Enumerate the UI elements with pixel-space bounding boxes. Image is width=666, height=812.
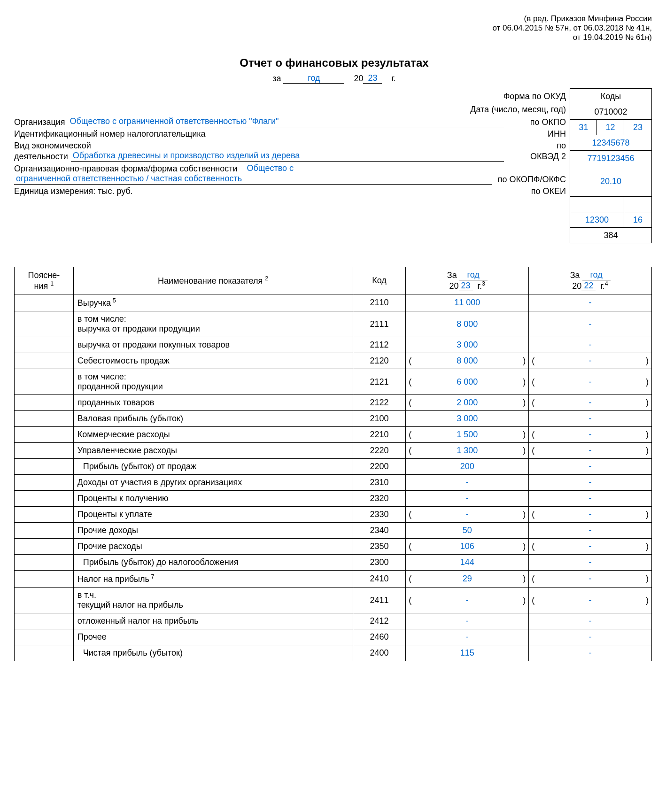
explanation-cell[interactable] bbox=[15, 411, 74, 427]
value-previous[interactable]: (-) bbox=[529, 588, 652, 613]
date-day[interactable]: 31 bbox=[570, 120, 597, 135]
table-row: Налог на прибыль 72410(29)(-) bbox=[15, 571, 652, 588]
value-current[interactable]: 144 bbox=[406, 555, 529, 571]
value-previous[interactable]: - bbox=[529, 311, 652, 337]
value-previous[interactable]: - bbox=[529, 475, 652, 491]
value-previous[interactable]: (-) bbox=[529, 507, 652, 523]
code-cell: 2111 bbox=[353, 311, 406, 337]
form-value-2[interactable]: ограниченной ответственностью / частная … bbox=[14, 174, 492, 185]
date-month[interactable]: 12 bbox=[597, 120, 624, 135]
explanation-cell[interactable] bbox=[15, 427, 74, 443]
explanation-cell[interactable] bbox=[15, 523, 74, 539]
value-previous[interactable]: - bbox=[529, 629, 652, 645]
explanation-cell[interactable] bbox=[15, 645, 74, 661]
value-current[interactable]: 115 bbox=[406, 645, 529, 661]
revision-note: (в ред. Приказов Минфина России от 06.04… bbox=[14, 14, 652, 42]
value-current[interactable]: 3 000 bbox=[406, 337, 529, 353]
indicator-name: Проценты к уплате bbox=[73, 507, 353, 523]
value-current[interactable]: (-) bbox=[406, 507, 529, 523]
code-cell: 2121 bbox=[353, 369, 406, 395]
value-previous[interactable]: - bbox=[529, 491, 652, 507]
explanation-cell[interactable] bbox=[15, 588, 74, 613]
value-current[interactable]: 50 bbox=[406, 523, 529, 539]
okfs-value[interactable]: 16 bbox=[624, 212, 651, 228]
table-row: Прочее2460-- bbox=[15, 629, 652, 645]
explanation-cell[interactable] bbox=[15, 539, 74, 555]
code-cell: 2350 bbox=[353, 539, 406, 555]
explanation-cell[interactable] bbox=[15, 555, 74, 571]
value-current[interactable]: (6 000) bbox=[406, 369, 529, 395]
value-current[interactable]: (29) bbox=[406, 571, 529, 588]
year-value[interactable]: 23 bbox=[363, 73, 382, 84]
value-current[interactable]: 3 000 bbox=[406, 411, 529, 427]
value-previous[interactable]: - bbox=[529, 613, 652, 629]
explanation-cell[interactable] bbox=[15, 613, 74, 629]
explanation-cell[interactable] bbox=[15, 311, 74, 337]
explanation-cell[interactable] bbox=[15, 443, 74, 459]
table-row: в том числе: проданной продукции2121(6 0… bbox=[15, 369, 652, 395]
value-previous[interactable]: (-) bbox=[529, 427, 652, 443]
explanation-cell[interactable] bbox=[15, 475, 74, 491]
table-row: Прочие расходы2350(106)(-) bbox=[15, 539, 652, 555]
value-current[interactable]: (8 000) bbox=[406, 353, 529, 369]
activity-value[interactable]: Обработка древесины и производство издел… bbox=[71, 151, 504, 162]
value-previous[interactable]: (-) bbox=[529, 539, 652, 555]
value-current[interactable]: (106) bbox=[406, 539, 529, 555]
table-row: проданных товаров2122(2 000)(-) bbox=[15, 395, 652, 411]
table-row: Выручка 5211011 000- bbox=[15, 294, 652, 311]
value-current[interactable]: (-) bbox=[406, 588, 529, 613]
explanation-cell[interactable] bbox=[15, 337, 74, 353]
okei-label: по ОКЕИ bbox=[504, 186, 570, 196]
explanation-cell[interactable] bbox=[15, 353, 74, 369]
value-previous[interactable]: (-) bbox=[529, 443, 652, 459]
org-value[interactable]: Общество с ограниченной ответственностью… bbox=[68, 116, 504, 127]
value-current[interactable]: - bbox=[406, 475, 529, 491]
value-previous[interactable]: (-) bbox=[529, 571, 652, 588]
period-value[interactable]: год bbox=[283, 73, 344, 84]
code-cell: 2300 bbox=[353, 555, 406, 571]
date-year[interactable]: 23 bbox=[624, 120, 651, 135]
explanation-cell[interactable] bbox=[15, 395, 74, 411]
explanation-cell[interactable] bbox=[15, 459, 74, 475]
indicator-name: Прочее bbox=[73, 629, 353, 645]
value-previous[interactable]: - bbox=[529, 411, 652, 427]
explanation-cell[interactable] bbox=[15, 571, 74, 588]
explanation-cell[interactable] bbox=[15, 507, 74, 523]
okei-value: 384 bbox=[570, 228, 652, 243]
value-previous[interactable]: (-) bbox=[529, 369, 652, 395]
okved-value[interactable]: 20.10 bbox=[570, 166, 652, 197]
indicator-name: Выручка 5 bbox=[73, 294, 353, 311]
explanation-cell[interactable] bbox=[15, 294, 74, 311]
indicator-name: Чистая прибыль (убыток) bbox=[73, 645, 353, 661]
inn-value[interactable]: 7719123456 bbox=[570, 151, 652, 166]
code-cell: 2460 bbox=[353, 629, 406, 645]
value-current[interactable]: - bbox=[406, 629, 529, 645]
explanation-cell[interactable] bbox=[15, 491, 74, 507]
value-previous[interactable]: - bbox=[529, 555, 652, 571]
value-current[interactable]: - bbox=[406, 491, 529, 507]
okopf-value[interactable]: 12300 bbox=[570, 212, 624, 228]
value-previous[interactable]: - bbox=[529, 459, 652, 475]
value-current[interactable]: 200 bbox=[406, 459, 529, 475]
okpo-value[interactable]: 12345678 bbox=[570, 135, 652, 151]
value-current[interactable]: (1 300) bbox=[406, 443, 529, 459]
indicator-name: Прочие расходы bbox=[73, 539, 353, 555]
form-value-1[interactable]: Общество с bbox=[245, 163, 570, 174]
value-current[interactable]: - bbox=[406, 613, 529, 629]
value-previous[interactable]: - bbox=[529, 294, 652, 311]
value-previous[interactable]: - bbox=[529, 337, 652, 353]
table-row: Проценты к уплате2330(-)(-) bbox=[15, 507, 652, 523]
value-previous[interactable]: (-) bbox=[529, 353, 652, 369]
table-row: Доходы от участия в других организациях2… bbox=[15, 475, 652, 491]
explanation-cell[interactable] bbox=[15, 369, 74, 395]
table-row: в т.ч. текущий налог на прибыль2411(-)(-… bbox=[15, 588, 652, 613]
value-current[interactable]: 8 000 bbox=[406, 311, 529, 337]
explanation-cell[interactable] bbox=[15, 629, 74, 645]
value-previous[interactable]: (-) bbox=[529, 395, 652, 411]
value-current[interactable]: 11 000 bbox=[406, 294, 529, 311]
value-current[interactable]: (2 000) bbox=[406, 395, 529, 411]
value-previous[interactable]: - bbox=[529, 645, 652, 661]
value-previous[interactable]: - bbox=[529, 523, 652, 539]
indicator-name: Проценты к получению bbox=[73, 491, 353, 507]
value-current[interactable]: (1 500) bbox=[406, 427, 529, 443]
